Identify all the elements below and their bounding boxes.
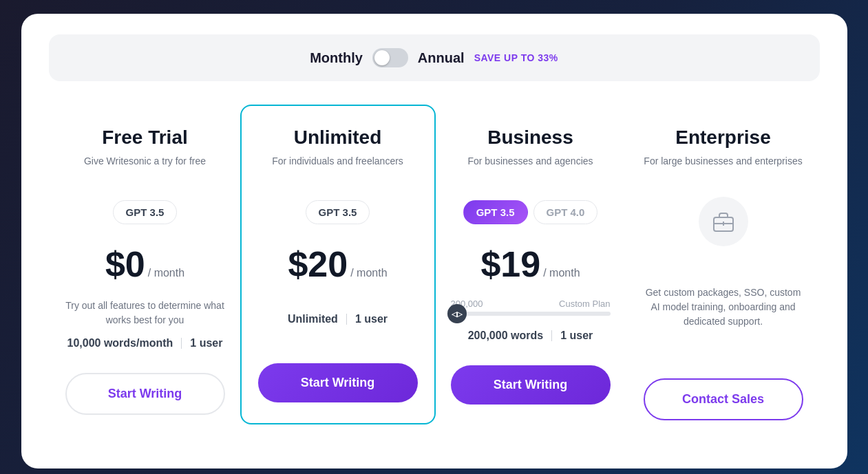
annual-label: Annual xyxy=(418,50,465,66)
unlimited-plan-details: Unlimited 1 user xyxy=(258,299,418,340)
free-detail-text: Try out all features to determine what w… xyxy=(65,299,225,327)
business-separator xyxy=(551,330,552,341)
unlimited-users: 1 user xyxy=(355,313,388,325)
free-gpt-badges: GPT 3.5 xyxy=(65,197,225,227)
plan-free: Free Trial Give Writesonic a try for fre… xyxy=(49,106,242,435)
free-plan-desc: Give Writesonic a try for free xyxy=(65,155,225,183)
unlimited-price-amount: $20 xyxy=(288,244,348,285)
business-words-row: 200,000 words 1 user xyxy=(468,330,593,342)
toggle-thumb xyxy=(374,50,390,65)
enterprise-plan-name: Enterprise xyxy=(644,127,803,149)
billing-toggle-row: Monthly Annual SAVE UP TO 33% xyxy=(49,34,820,81)
enterprise-plan-desc: For large businesses and enterprises xyxy=(644,155,803,183)
business-slider-max: Custom Plan xyxy=(559,299,610,309)
save-badge: SAVE UP TO 33% xyxy=(474,52,558,63)
business-price-amount: $19 xyxy=(480,244,540,285)
free-plan-details: Try out all features to determine what w… xyxy=(65,299,225,349)
unlimited-price-row: $20 / month xyxy=(258,244,418,285)
business-price-row: $19 / month xyxy=(451,244,611,285)
enterprise-icon-row xyxy=(644,197,803,263)
enterprise-cta-button[interactable]: Contact Sales xyxy=(644,378,803,420)
business-words: 200,000 words xyxy=(468,330,543,342)
plan-business: Business For businesses and agencies GPT… xyxy=(434,106,627,425)
slider-arrows-icon: ◁▷ xyxy=(452,310,463,318)
monthly-label: Monthly xyxy=(310,50,363,66)
unlimited-gpt-badge: GPT 3.5 xyxy=(306,200,370,224)
business-cta-button[interactable]: Start Writing xyxy=(451,365,611,405)
free-plan-name: Free Trial xyxy=(65,127,225,149)
business-plan-desc: For businesses and agencies xyxy=(451,155,611,183)
business-gpt-badges: GPT 3.5 GPT 4.0 xyxy=(451,197,611,227)
business-plan-name: Business xyxy=(451,127,611,149)
free-words-row: 10,000 words/month 1 user xyxy=(67,337,223,349)
unlimited-price-period: / month xyxy=(350,267,387,279)
enterprise-detail-text: Get custom packages, SSO, custom AI mode… xyxy=(644,286,803,329)
unlimited-cta-button[interactable]: Start Writing xyxy=(258,363,418,402)
free-words: 10,000 words/month xyxy=(67,337,173,349)
unlimited-words: Unlimited xyxy=(288,313,338,325)
briefcase-svg xyxy=(710,208,737,235)
free-cta-button[interactable]: Start Writing xyxy=(65,373,225,415)
plans-grid: Free Trial Give Writesonic a try for fre… xyxy=(49,106,820,441)
free-separator xyxy=(181,338,182,349)
business-gpt40-badge[interactable]: GPT 4.0 xyxy=(533,200,598,224)
free-price-period: / month xyxy=(148,267,184,279)
unlimited-separator xyxy=(346,314,347,325)
business-slider-track[interactable]: ◁▷ xyxy=(451,312,611,316)
unlimited-words-row: Unlimited 1 user xyxy=(288,313,388,325)
free-gpt-badge: GPT 3.5 xyxy=(113,200,178,224)
free-price-amount: $0 xyxy=(105,244,145,285)
pricing-page: Monthly Annual SAVE UP TO 33% Free Trial… xyxy=(21,14,847,468)
business-slider-section: 200,000 Custom Plan ◁▷ xyxy=(451,299,611,324)
unlimited-plan-desc: For individuals and freelancers xyxy=(258,155,418,183)
free-price-row: $0 / month xyxy=(65,244,225,285)
unlimited-gpt-badges: GPT 3.5 xyxy=(258,197,418,227)
business-gpt35-badge[interactable]: GPT 3.5 xyxy=(463,200,528,224)
enterprise-plan-details: Get custom packages, SSO, custom AI mode… xyxy=(644,279,803,334)
business-price-period: / month xyxy=(543,267,580,279)
enterprise-briefcase-icon xyxy=(699,197,748,246)
unlimited-plan-name: Unlimited xyxy=(258,127,418,149)
billing-toggle[interactable] xyxy=(372,48,408,67)
free-users: 1 user xyxy=(190,337,222,349)
plan-unlimited: Unlimited For individuals and freelancer… xyxy=(240,105,436,424)
business-slider-labels: 200,000 Custom Plan xyxy=(451,299,611,309)
plan-enterprise: Enterprise For large businesses and ente… xyxy=(627,106,820,441)
business-plan-details: 200,000 Custom Plan ◁▷ 200,000 words 1 u… xyxy=(451,299,611,342)
business-slider-thumb[interactable]: ◁▷ xyxy=(447,304,467,323)
business-users: 1 user xyxy=(560,330,593,342)
